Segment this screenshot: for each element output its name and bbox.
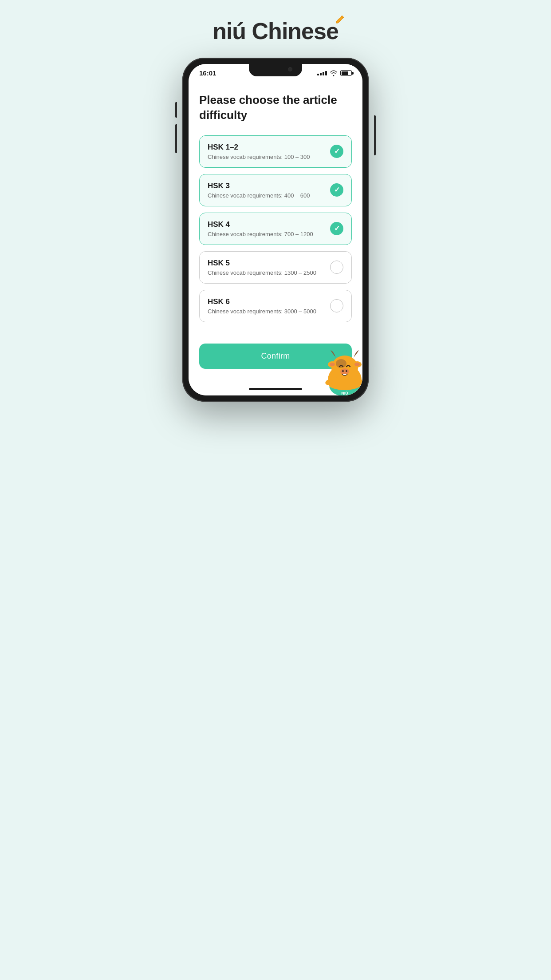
svg-text:NIÚ: NIÚ (341, 391, 348, 395)
logo-text: niú Chinese (213, 18, 338, 44)
hsk-options-list: HSK 1–2 Chinese vocab requirements: 100 … (199, 135, 352, 330)
hsk-check-hsk3: ✓ (330, 183, 343, 197)
svg-point-7 (336, 359, 346, 368)
hsk-option-hsk4[interactable]: HSK 4 Chinese vocab requirements: 700 – … (199, 213, 352, 245)
pencil-icon (335, 14, 345, 24)
phone-content: Please choose the article difficulty HSK… (189, 80, 362, 382)
hsk-option-text: HSK 4 Chinese vocab requirements: 700 – … (208, 220, 313, 237)
front-camera (288, 67, 292, 71)
checkmark: ✓ (334, 148, 340, 155)
mascot: NIÚ (318, 338, 362, 395)
hsk-check-hsk5 (330, 261, 343, 274)
phone-frame: 16:01 Please choose the article difficul… (182, 58, 369, 402)
hsk-name: HSK 6 (208, 297, 316, 306)
hsk-option-text: HSK 6 Chinese vocab requirements: 3000 –… (208, 297, 316, 315)
status-time: 16:01 (199, 69, 216, 77)
hsk-desc: Chinese vocab requirements: 1300 – 2500 (208, 269, 316, 276)
phone-screen: 16:01 Please choose the article difficul… (189, 64, 362, 395)
hsk-option-text: HSK 3 Chinese vocab requirements: 400 – … (208, 182, 310, 199)
hsk-name: HSK 1–2 (208, 143, 310, 152)
page-title: Please choose the article difficulty (199, 93, 352, 123)
hsk-desc: Chinese vocab requirements: 700 – 1200 (208, 231, 313, 237)
phone-side-button (175, 102, 177, 118)
hsk-desc: Chinese vocab requirements: 400 – 600 (208, 192, 310, 199)
hsk-desc: Chinese vocab requirements: 100 – 300 (208, 154, 310, 160)
mascot-svg: NIÚ (318, 338, 362, 395)
svg-point-9 (342, 370, 344, 372)
app-logo: niú Chinese (213, 18, 338, 44)
hsk-check-hsk12: ✓ (330, 145, 343, 158)
signal-icon (317, 71, 327, 75)
wifi-icon (330, 70, 338, 76)
svg-point-2 (331, 356, 358, 380)
hsk-option-hsk3[interactable]: HSK 3 Chinese vocab requirements: 400 – … (199, 174, 352, 206)
phone-power-button (374, 115, 376, 155)
checkmark: ✓ (334, 225, 340, 232)
hsk-name: HSK 3 (208, 182, 310, 190)
checkmark: ✓ (334, 186, 340, 194)
hsk-option-text: HSK 5 Chinese vocab requirements: 1300 –… (208, 259, 316, 276)
hsk-check-hsk6 (330, 299, 343, 312)
status-icons (317, 70, 352, 76)
hsk-option-hsk6[interactable]: HSK 6 Chinese vocab requirements: 3000 –… (199, 290, 352, 322)
hsk-check-hsk4: ✓ (330, 222, 343, 235)
phone-volume-button (175, 124, 177, 153)
hsk-name: HSK 5 (208, 259, 316, 268)
svg-point-5 (330, 363, 335, 366)
hsk-desc: Chinese vocab requirements: 3000 – 5000 (208, 308, 316, 315)
battery-icon (340, 70, 352, 76)
hsk-name: HSK 4 (208, 220, 313, 229)
svg-point-8 (340, 368, 349, 375)
phone-notch (249, 64, 302, 76)
svg-point-10 (346, 370, 347, 372)
hsk-option-hsk5[interactable]: HSK 5 Chinese vocab requirements: 1300 –… (199, 251, 352, 284)
hsk-option-text: HSK 1–2 Chinese vocab requirements: 100 … (208, 143, 310, 160)
hsk-option-hsk12[interactable]: HSK 1–2 Chinese vocab requirements: 100 … (199, 135, 352, 168)
svg-point-6 (354, 363, 360, 366)
home-bar (249, 388, 302, 390)
